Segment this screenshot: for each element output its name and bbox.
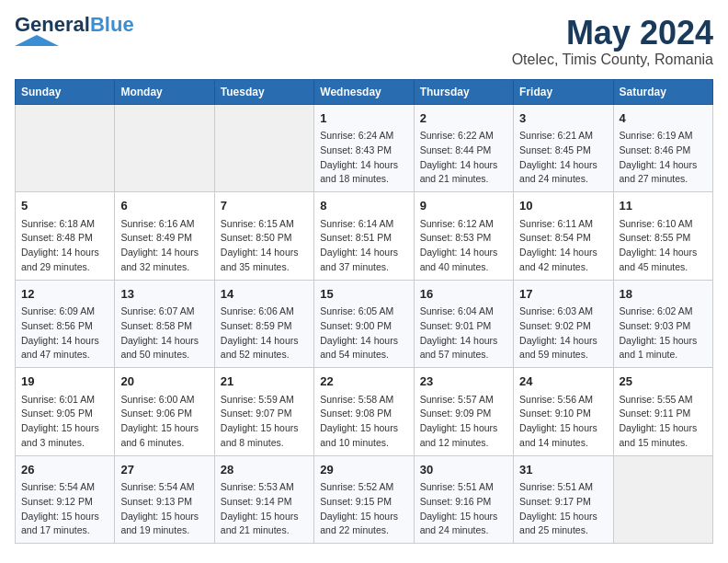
calendar-cell: 10Sunrise: 6:11 AM Sunset: 8:54 PM Dayli… [514, 192, 613, 281]
day-number: 19 [21, 373, 108, 391]
calendar-cell: 25Sunrise: 5:55 AM Sunset: 9:11 PM Dayli… [613, 368, 712, 456]
day-number: 7 [221, 197, 308, 215]
day-number: 20 [120, 373, 208, 391]
calendar-cell: 18Sunrise: 6:02 AM Sunset: 9:03 PM Dayli… [613, 280, 712, 368]
day-info: Sunrise: 6:03 AM Sunset: 9:02 PM Dayligh… [519, 304, 607, 362]
calendar-cell [115, 104, 214, 192]
calendar-cell: 17Sunrise: 6:03 AM Sunset: 9:02 PM Dayli… [514, 280, 613, 368]
calendar-cell: 9Sunrise: 6:12 AM Sunset: 8:53 PM Daylig… [414, 192, 513, 281]
day-number: 5 [21, 197, 108, 215]
day-number: 2 [420, 109, 507, 128]
calendar-title: May 2024 [512, 15, 713, 52]
day-number: 10 [519, 197, 607, 215]
calendar-cell: 12Sunrise: 6:09 AM Sunset: 8:56 PM Dayli… [16, 280, 115, 368]
calendar-cell: 2Sunrise: 6:22 AM Sunset: 8:44 PM Daylig… [414, 104, 513, 192]
day-number: 24 [519, 373, 607, 391]
calendar-cell: 16Sunrise: 6:04 AM Sunset: 9:01 PM Dayli… [414, 280, 513, 368]
header-sunday: Sunday [16, 79, 115, 104]
day-number: 27 [120, 461, 208, 479]
day-info: Sunrise: 6:09 AM Sunset: 8:56 PM Dayligh… [21, 304, 108, 362]
day-info: Sunrise: 6:06 AM Sunset: 8:59 PM Dayligh… [221, 304, 308, 362]
header-thursday: Thursday [414, 79, 513, 104]
day-info: Sunrise: 6:07 AM Sunset: 8:58 PM Dayligh… [120, 304, 208, 362]
day-info: Sunrise: 6:24 AM Sunset: 8:43 PM Dayligh… [320, 129, 407, 187]
day-info: Sunrise: 6:16 AM Sunset: 8:49 PM Dayligh… [120, 217, 208, 275]
day-info: Sunrise: 6:21 AM Sunset: 8:45 PM Dayligh… [519, 129, 607, 187]
calendar-cell: 28Sunrise: 5:53 AM Sunset: 9:14 PM Dayli… [214, 455, 313, 544]
calendar-cell: 15Sunrise: 6:05 AM Sunset: 9:00 PM Dayli… [314, 280, 414, 368]
header-tuesday: Tuesday [214, 79, 313, 104]
calendar-week-1: 1Sunrise: 6:24 AM Sunset: 8:43 PM Daylig… [16, 104, 713, 192]
calendar-cell: 14Sunrise: 6:06 AM Sunset: 8:59 PM Dayli… [214, 280, 313, 368]
calendar-cell: 11Sunrise: 6:10 AM Sunset: 8:55 PM Dayli… [613, 192, 712, 281]
calendar-cell: 20Sunrise: 6:00 AM Sunset: 9:06 PM Dayli… [115, 368, 214, 456]
calendar-header-row: SundayMondayTuesdayWednesdayThursdayFrid… [16, 79, 713, 104]
day-number: 23 [420, 373, 507, 391]
calendar-week-2: 5Sunrise: 6:18 AM Sunset: 8:48 PM Daylig… [16, 192, 713, 281]
day-info: Sunrise: 6:05 AM Sunset: 9:00 PM Dayligh… [320, 304, 407, 362]
day-info: Sunrise: 5:55 AM Sunset: 9:11 PM Dayligh… [620, 393, 707, 451]
day-number: 16 [420, 285, 507, 304]
day-number: 8 [320, 197, 407, 215]
day-number: 22 [320, 373, 407, 391]
calendar-cell: 30Sunrise: 5:51 AM Sunset: 9:16 PM Dayli… [414, 455, 513, 544]
day-number: 15 [320, 285, 407, 304]
day-number: 30 [420, 461, 507, 479]
calendar-cell [16, 104, 115, 192]
calendar-cell: 29Sunrise: 5:52 AM Sunset: 9:15 PM Dayli… [314, 455, 414, 544]
day-info: Sunrise: 6:15 AM Sunset: 8:50 PM Dayligh… [221, 217, 308, 275]
day-info: Sunrise: 5:53 AM Sunset: 9:14 PM Dayligh… [221, 480, 308, 538]
day-info: Sunrise: 6:22 AM Sunset: 8:44 PM Dayligh… [420, 129, 507, 187]
calendar-cell: 21Sunrise: 5:59 AM Sunset: 9:07 PM Dayli… [214, 368, 313, 456]
day-number: 6 [120, 197, 208, 215]
calendar-cell: 24Sunrise: 5:56 AM Sunset: 9:10 PM Dayli… [514, 368, 613, 456]
day-info: Sunrise: 5:51 AM Sunset: 9:16 PM Dayligh… [420, 480, 507, 538]
calendar-cell: 23Sunrise: 5:57 AM Sunset: 9:09 PM Dayli… [414, 368, 513, 456]
day-number: 31 [519, 461, 607, 479]
logo-text: GeneralBlue [15, 15, 134, 35]
day-number: 9 [420, 197, 507, 215]
day-info: Sunrise: 5:52 AM Sunset: 9:15 PM Dayligh… [320, 480, 407, 538]
day-info: Sunrise: 5:58 AM Sunset: 9:08 PM Dayligh… [320, 393, 407, 451]
calendar-cell: 8Sunrise: 6:14 AM Sunset: 8:51 PM Daylig… [314, 192, 414, 281]
calendar-cell: 5Sunrise: 6:18 AM Sunset: 8:48 PM Daylig… [16, 192, 115, 281]
calendar-cell: 27Sunrise: 5:54 AM Sunset: 9:13 PM Dayli… [115, 455, 214, 544]
day-number: 26 [21, 461, 108, 479]
day-info: Sunrise: 6:11 AM Sunset: 8:54 PM Dayligh… [519, 217, 607, 275]
calendar-cell: 31Sunrise: 5:51 AM Sunset: 9:17 PM Dayli… [514, 455, 613, 544]
logo-icon [15, 35, 59, 46]
calendar-week-5: 26Sunrise: 5:54 AM Sunset: 9:12 PM Dayli… [16, 455, 713, 544]
calendar-cell: 19Sunrise: 6:01 AM Sunset: 9:05 PM Dayli… [16, 368, 115, 456]
day-number: 13 [120, 285, 208, 304]
day-number: 14 [221, 285, 308, 304]
calendar-cell: 13Sunrise: 6:07 AM Sunset: 8:58 PM Dayli… [115, 280, 214, 368]
day-info: Sunrise: 6:10 AM Sunset: 8:55 PM Dayligh… [620, 217, 707, 275]
day-info: Sunrise: 6:14 AM Sunset: 8:51 PM Dayligh… [320, 217, 407, 275]
day-number: 29 [320, 461, 407, 479]
calendar-cell: 6Sunrise: 6:16 AM Sunset: 8:49 PM Daylig… [115, 192, 214, 281]
day-number: 4 [620, 109, 707, 128]
day-info: Sunrise: 6:02 AM Sunset: 9:03 PM Dayligh… [620, 304, 707, 362]
header-friday: Friday [514, 79, 613, 104]
day-info: Sunrise: 6:12 AM Sunset: 8:53 PM Dayligh… [420, 217, 507, 275]
day-info: Sunrise: 5:54 AM Sunset: 9:12 PM Dayligh… [21, 480, 108, 538]
day-number: 3 [519, 109, 607, 128]
title-block: May 2024 Otelec, Timis County, Romania [512, 15, 713, 68]
header-monday: Monday [115, 79, 214, 104]
day-info: Sunrise: 6:19 AM Sunset: 8:46 PM Dayligh… [620, 129, 707, 187]
day-info: Sunrise: 5:51 AM Sunset: 9:17 PM Dayligh… [519, 480, 607, 538]
day-info: Sunrise: 5:59 AM Sunset: 9:07 PM Dayligh… [221, 393, 308, 451]
calendar-cell [214, 104, 313, 192]
day-info: Sunrise: 6:04 AM Sunset: 9:01 PM Dayligh… [420, 304, 507, 362]
calendar-cell [613, 455, 712, 544]
day-info: Sunrise: 6:01 AM Sunset: 9:05 PM Dayligh… [21, 393, 108, 451]
day-info: Sunrise: 6:00 AM Sunset: 9:06 PM Dayligh… [120, 393, 208, 451]
calendar-location: Otelec, Timis County, Romania [512, 52, 713, 68]
calendar-week-3: 12Sunrise: 6:09 AM Sunset: 8:56 PM Dayli… [16, 280, 713, 368]
header-wednesday: Wednesday [314, 79, 414, 104]
calendar-week-4: 19Sunrise: 6:01 AM Sunset: 9:05 PM Dayli… [16, 368, 713, 456]
day-number: 21 [221, 373, 308, 391]
calendar-cell: 1Sunrise: 6:24 AM Sunset: 8:43 PM Daylig… [314, 104, 414, 192]
day-number: 11 [620, 197, 707, 215]
page-header: GeneralBlue May 2024 Otelec, Timis Count… [15, 15, 713, 68]
